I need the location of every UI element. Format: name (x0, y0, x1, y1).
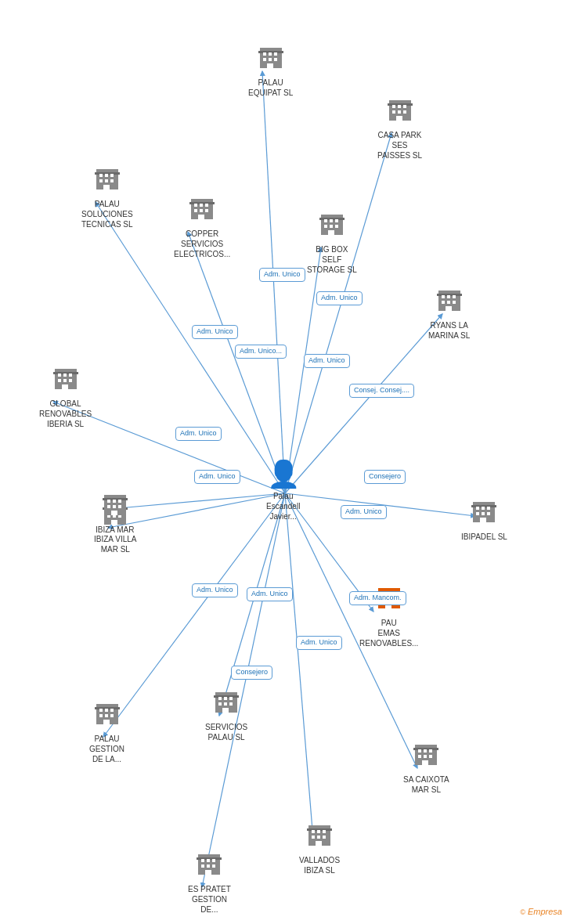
company-node-palau_equipat[interactable]: PALAU EQUIPAT SL (248, 43, 293, 98)
building-icon (470, 497, 498, 530)
building-icon (435, 286, 464, 319)
svg-rect-145 (207, 859, 210, 862)
svg-rect-159 (111, 511, 117, 515)
building-icon (212, 688, 240, 720)
svg-rect-20 (274, 52, 277, 56)
node-label: PALAU EQUIPAT SL (248, 78, 293, 98)
svg-rect-119 (110, 709, 114, 712)
center-label: Palau Escandell Javier... (266, 491, 300, 522)
svg-rect-37 (105, 174, 108, 177)
company-node-palau_soluciones[interactable]: PALAU SOLUCIONES TECNICAS SL (81, 164, 133, 229)
company-node-ibipadel[interactable]: IBIPADEL SL (461, 497, 507, 542)
role-badge-role10[interactable]: Adm. Unico (341, 505, 387, 519)
company-node-ibiza_mar[interactable]: IBIZA MAR (96, 490, 134, 535)
node-label: SA CAIXOTA MAR SL (403, 774, 449, 795)
role-badge-role5[interactable]: Adm. Unico (304, 354, 350, 368)
svg-rect-148 (207, 864, 210, 868)
node-label: ES PRATET GESTION DE... (188, 884, 231, 915)
role-badge-role9[interactable]: Consejero (364, 470, 406, 484)
svg-rect-85 (482, 512, 485, 515)
company-node-global_renovables[interactable]: GLOBAL RENOVABLES IBERIA SL (39, 364, 92, 429)
role-badge-role7[interactable]: Adm. Unico (175, 427, 222, 441)
svg-rect-109 (224, 697, 227, 700)
building-icon (318, 210, 346, 243)
role-badge-role13[interactable]: Adm. Mancom. (349, 591, 406, 605)
svg-rect-131 (429, 755, 432, 758)
center-node[interactable]: 👤 Palau Escandell Javier... (266, 458, 300, 522)
person-icon: 👤 (267, 458, 300, 489)
svg-rect-75 (58, 379, 61, 382)
svg-rect-48 (194, 209, 197, 212)
role-badge-role6[interactable]: Consej. Consej.... (349, 384, 414, 398)
svg-rect-65 (453, 295, 456, 298)
company-node-casa_park[interactable]: CASA PARK SES PAISSES SL (377, 96, 422, 161)
building-icon (305, 821, 334, 854)
company-node-ryans_la_marina[interactable]: RYANS LA MARINA SL (428, 286, 470, 341)
svg-rect-46 (200, 204, 203, 207)
svg-rect-28 (398, 105, 401, 108)
building-icon (93, 699, 121, 732)
svg-rect-146 (212, 859, 215, 862)
svg-rect-132 (422, 760, 428, 765)
company-node-big_box[interactable]: BIG BOX SELF STORAGE SL (307, 210, 357, 275)
company-node-copper_servicios[interactable]: COPPER SERVICIOS ELECTRICOS... (174, 194, 230, 259)
building-icon (412, 740, 440, 773)
svg-rect-58 (330, 225, 333, 228)
svg-rect-81 (476, 507, 479, 510)
svg-rect-129 (418, 755, 421, 758)
node-label: CASA PARK SES PAISSES SL (377, 130, 422, 161)
role-badge-role2[interactable]: Adm. Unico (316, 291, 363, 305)
company-node-palau_gestion[interactable]: PALAU GESTION DE LA... (89, 699, 124, 764)
node-label: BIG BOX SELF STORAGE SL (307, 244, 357, 275)
node-label: SERVICIOS PALAU SL (205, 722, 247, 742)
role-badge-role3[interactable]: Adm. Unico (192, 325, 238, 339)
node-label: PAU EMAS RENOVABLES... (359, 618, 418, 648)
company-node-es_pratet[interactable]: ES PRATET GESTION DE... (188, 850, 231, 915)
svg-rect-22 (269, 58, 272, 61)
svg-rect-55 (330, 219, 333, 222)
node-label: VALLADOS IBIZA SL (299, 855, 340, 875)
svg-rect-118 (105, 709, 108, 712)
svg-rect-67 (447, 301, 450, 304)
svg-rect-139 (317, 836, 320, 839)
svg-rect-83 (487, 507, 490, 510)
svg-rect-40 (105, 179, 108, 182)
svg-rect-114 (222, 708, 229, 713)
company-node-servicios_palau[interactable]: SERVICIOS PALAU SL (205, 688, 247, 742)
role-badge-role4[interactable]: Adm. Unico... (235, 345, 287, 359)
svg-rect-78 (62, 384, 68, 389)
svg-line-4 (285, 247, 321, 493)
svg-line-5 (285, 314, 442, 493)
svg-rect-76 (63, 379, 67, 382)
svg-rect-121 (105, 714, 108, 717)
role-badge-role8[interactable]: Adm. Unico (194, 470, 240, 484)
company-node-vallados_ibiza[interactable]: VALLADOS IBIZA SL (299, 821, 340, 875)
svg-rect-66 (442, 301, 445, 304)
svg-line-1 (285, 133, 391, 493)
role-badge-role1[interactable]: Adm. Unico (259, 268, 305, 282)
svg-rect-156 (107, 505, 110, 508)
svg-rect-49 (200, 209, 203, 212)
svg-rect-73 (63, 374, 67, 377)
role-badge-role15[interactable]: Adm. Unico (296, 636, 342, 650)
svg-rect-157 (113, 505, 116, 508)
svg-rect-130 (424, 755, 427, 758)
svg-rect-32 (403, 110, 406, 114)
role-badge-role14[interactable]: Consejero (231, 666, 272, 680)
svg-rect-69 (446, 306, 452, 311)
svg-rect-42 (103, 185, 110, 189)
svg-rect-19 (269, 52, 272, 56)
svg-rect-154 (113, 500, 116, 503)
svg-rect-36 (99, 174, 103, 177)
role-badge-role11[interactable]: Adm. Unico (192, 583, 238, 597)
svg-rect-30 (392, 110, 395, 114)
svg-rect-63 (442, 295, 445, 298)
building-icon (188, 194, 216, 227)
svg-rect-18 (263, 52, 266, 56)
svg-rect-149 (212, 864, 215, 868)
svg-rect-117 (99, 709, 103, 712)
role-badge-role12[interactable]: Adm. Unico (247, 587, 293, 601)
building-icon (386, 96, 414, 128)
node-label: IBIZA MAR (96, 525, 134, 535)
company-node-sa_caixota_mar[interactable]: SA CAIXOTA MAR SL (403, 740, 449, 795)
